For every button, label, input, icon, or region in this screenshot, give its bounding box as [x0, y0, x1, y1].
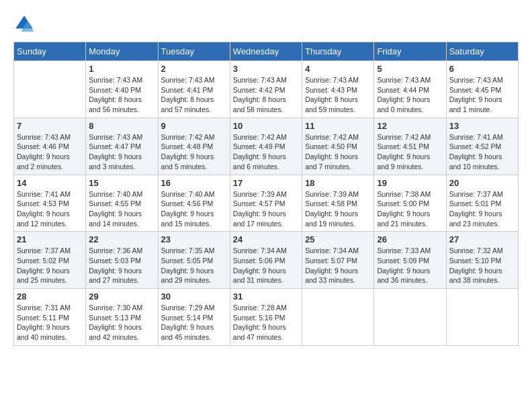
calendar-cell: 2Sunrise: 7:43 AMSunset: 4:41 PMDaylight…	[158, 61, 230, 118]
calendar-cell: 8Sunrise: 7:43 AMSunset: 4:47 PMDaylight…	[86, 118, 158, 175]
calendar-week-row: 28Sunrise: 7:31 AMSunset: 5:11 PMDayligh…	[14, 289, 519, 346]
day-info: Sunrise: 7:35 AMSunset: 5:05 PMDaylight:…	[161, 246, 227, 285]
day-header-wednesday: Wednesday	[230, 42, 302, 61]
calendar-cell	[446, 289, 518, 346]
day-info: Sunrise: 7:43 AMSunset: 4:45 PMDaylight:…	[449, 75, 515, 115]
day-info: Sunrise: 7:43 AMSunset: 4:47 PMDaylight:…	[89, 132, 154, 172]
day-info: Sunrise: 7:29 AMSunset: 5:14 PMDaylight:…	[161, 303, 227, 342]
day-info: Sunrise: 7:33 AMSunset: 5:09 PMDaylight:…	[377, 246, 443, 285]
calendar-cell: 24Sunrise: 7:34 AMSunset: 5:06 PMDayligh…	[230, 232, 302, 289]
day-number: 31	[233, 291, 299, 302]
day-number: 10	[233, 121, 299, 131]
day-info: Sunrise: 7:28 AMSunset: 5:16 PMDaylight:…	[233, 303, 299, 342]
page-header	[13, 13, 519, 35]
day-number: 27	[449, 234, 515, 244]
calendar-header-row: SundayMondayTuesdayWednesdayThursdayFrid…	[14, 42, 519, 61]
day-info: Sunrise: 7:42 AMSunset: 4:51 PMDaylight:…	[377, 132, 443, 172]
calendar-cell: 29Sunrise: 7:30 AMSunset: 5:13 PMDayligh…	[86, 289, 158, 346]
calendar-cell: 27Sunrise: 7:32 AMSunset: 5:10 PMDayligh…	[446, 232, 518, 289]
day-number: 12	[377, 121, 443, 131]
calendar-cell: 13Sunrise: 7:41 AMSunset: 4:52 PMDayligh…	[446, 118, 518, 175]
calendar-cell: 31Sunrise: 7:28 AMSunset: 5:16 PMDayligh…	[230, 289, 302, 346]
day-number: 26	[377, 234, 443, 244]
logo-icon	[13, 13, 35, 35]
calendar-cell: 30Sunrise: 7:29 AMSunset: 5:14 PMDayligh…	[158, 289, 230, 346]
day-info: Sunrise: 7:43 AMSunset: 4:44 PMDaylight:…	[377, 75, 443, 115]
day-info: Sunrise: 7:42 AMSunset: 4:50 PMDaylight:…	[305, 132, 371, 172]
day-number: 9	[161, 121, 227, 131]
day-number: 29	[89, 291, 154, 302]
calendar-table: SundayMondayTuesdayWednesdayThursdayFrid…	[13, 42, 519, 346]
calendar-cell: 18Sunrise: 7:39 AMSunset: 4:58 PMDayligh…	[302, 175, 374, 232]
day-info: Sunrise: 7:40 AMSunset: 4:55 PMDaylight:…	[89, 189, 154, 229]
calendar-cell: 1Sunrise: 7:43 AMSunset: 4:40 PMDaylight…	[86, 61, 158, 118]
day-number: 14	[17, 178, 83, 188]
day-number: 2	[161, 64, 227, 74]
day-number: 17	[233, 178, 299, 188]
day-header-saturday: Saturday	[446, 42, 518, 61]
day-number: 22	[89, 234, 154, 244]
day-number: 20	[449, 178, 515, 188]
day-info: Sunrise: 7:39 AMSunset: 4:58 PMDaylight:…	[305, 189, 371, 229]
day-number: 16	[161, 178, 227, 188]
logo	[13, 13, 38, 35]
calendar-cell: 11Sunrise: 7:42 AMSunset: 4:50 PMDayligh…	[302, 118, 374, 175]
day-header-thursday: Thursday	[302, 42, 374, 61]
day-number: 15	[89, 178, 154, 188]
calendar-cell: 7Sunrise: 7:43 AMSunset: 4:46 PMDaylight…	[14, 118, 86, 175]
day-info: Sunrise: 7:43 AMSunset: 4:42 PMDaylight:…	[233, 75, 299, 115]
day-number: 1	[89, 64, 154, 74]
day-header-friday: Friday	[374, 42, 446, 61]
calendar-cell: 15Sunrise: 7:40 AMSunset: 4:55 PMDayligh…	[86, 175, 158, 232]
day-number: 24	[233, 234, 299, 244]
calendar-cell: 9Sunrise: 7:42 AMSunset: 4:48 PMDaylight…	[158, 118, 230, 175]
calendar-cell: 20Sunrise: 7:37 AMSunset: 5:01 PMDayligh…	[446, 175, 518, 232]
day-info: Sunrise: 7:31 AMSunset: 5:11 PMDaylight:…	[17, 303, 83, 342]
day-info: Sunrise: 7:43 AMSunset: 4:41 PMDaylight:…	[161, 75, 227, 115]
calendar-cell: 4Sunrise: 7:43 AMSunset: 4:43 PMDaylight…	[302, 61, 374, 118]
calendar-cell: 3Sunrise: 7:43 AMSunset: 4:42 PMDaylight…	[230, 61, 302, 118]
calendar-cell: 14Sunrise: 7:41 AMSunset: 4:53 PMDayligh…	[14, 175, 86, 232]
calendar-cell: 12Sunrise: 7:42 AMSunset: 4:51 PMDayligh…	[374, 118, 446, 175]
day-number: 11	[305, 121, 371, 131]
day-number: 30	[161, 291, 227, 302]
day-info: Sunrise: 7:34 AMSunset: 5:07 PMDaylight:…	[305, 246, 371, 285]
calendar-cell: 5Sunrise: 7:43 AMSunset: 4:44 PMDaylight…	[374, 61, 446, 118]
day-number: 7	[17, 121, 83, 131]
day-info: Sunrise: 7:38 AMSunset: 5:00 PMDaylight:…	[377, 189, 443, 229]
calendar-cell: 19Sunrise: 7:38 AMSunset: 5:00 PMDayligh…	[374, 175, 446, 232]
day-info: Sunrise: 7:42 AMSunset: 4:49 PMDaylight:…	[233, 132, 299, 172]
day-number: 8	[89, 121, 154, 131]
day-info: Sunrise: 7:39 AMSunset: 4:57 PMDaylight:…	[233, 189, 299, 229]
day-number: 19	[377, 178, 443, 188]
day-info: Sunrise: 7:40 AMSunset: 4:56 PMDaylight:…	[161, 189, 227, 229]
day-info: Sunrise: 7:32 AMSunset: 5:10 PMDaylight:…	[449, 246, 515, 285]
day-info: Sunrise: 7:41 AMSunset: 4:53 PMDaylight:…	[17, 189, 83, 229]
calendar-week-row: 14Sunrise: 7:41 AMSunset: 4:53 PMDayligh…	[14, 175, 519, 232]
day-info: Sunrise: 7:37 AMSunset: 5:01 PMDaylight:…	[449, 189, 515, 229]
calendar-cell: 17Sunrise: 7:39 AMSunset: 4:57 PMDayligh…	[230, 175, 302, 232]
day-header-monday: Monday	[86, 42, 158, 61]
day-info: Sunrise: 7:34 AMSunset: 5:06 PMDaylight:…	[233, 246, 299, 285]
day-number: 28	[17, 291, 83, 302]
day-number: 23	[161, 234, 227, 244]
calendar-cell	[374, 289, 446, 346]
day-number: 5	[377, 64, 443, 74]
calendar-week-row: 7Sunrise: 7:43 AMSunset: 4:46 PMDaylight…	[14, 118, 519, 175]
day-number: 4	[305, 64, 371, 74]
day-number: 3	[233, 64, 299, 74]
day-header-sunday: Sunday	[14, 42, 86, 61]
calendar-cell: 6Sunrise: 7:43 AMSunset: 4:45 PMDaylight…	[446, 61, 518, 118]
calendar-cell: 16Sunrise: 7:40 AMSunset: 4:56 PMDayligh…	[158, 175, 230, 232]
calendar-cell: 22Sunrise: 7:36 AMSunset: 5:03 PMDayligh…	[86, 232, 158, 289]
day-info: Sunrise: 7:42 AMSunset: 4:48 PMDaylight:…	[161, 132, 227, 172]
day-info: Sunrise: 7:30 AMSunset: 5:13 PMDaylight:…	[89, 303, 154, 342]
day-info: Sunrise: 7:43 AMSunset: 4:46 PMDaylight:…	[17, 132, 83, 172]
calendar-cell: 10Sunrise: 7:42 AMSunset: 4:49 PMDayligh…	[230, 118, 302, 175]
day-info: Sunrise: 7:43 AMSunset: 4:40 PMDaylight:…	[89, 75, 154, 115]
day-info: Sunrise: 7:36 AMSunset: 5:03 PMDaylight:…	[89, 246, 154, 285]
calendar-cell: 23Sunrise: 7:35 AMSunset: 5:05 PMDayligh…	[158, 232, 230, 289]
day-info: Sunrise: 7:41 AMSunset: 4:52 PMDaylight:…	[449, 132, 515, 172]
day-info: Sunrise: 7:37 AMSunset: 5:02 PMDaylight:…	[17, 246, 83, 285]
day-number: 25	[305, 234, 371, 244]
